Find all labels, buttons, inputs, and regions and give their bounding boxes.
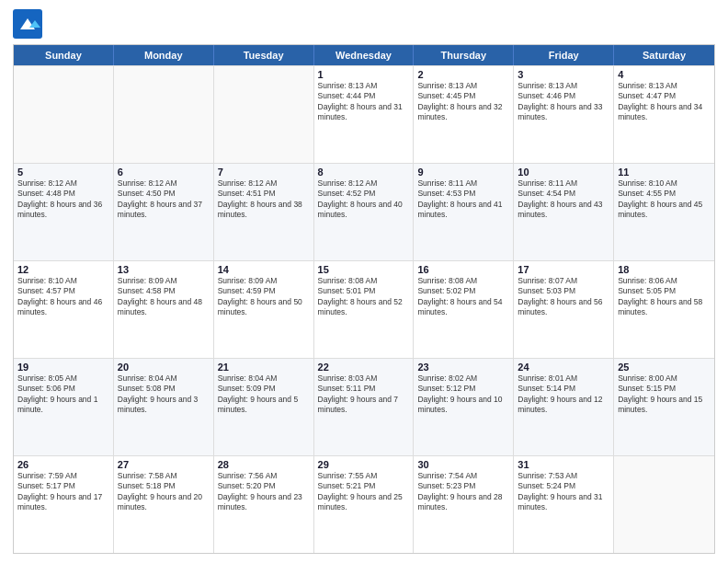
day-info: Sunrise: 8:09 AMSunset: 4:59 PMDaylight:… <box>218 276 310 318</box>
day-info: Sunrise: 8:12 AMSunset: 4:48 PMDaylight:… <box>17 178 109 221</box>
day-number: 13 <box>118 264 210 275</box>
empty-cell <box>614 456 714 553</box>
empty-cell <box>114 66 214 163</box>
day-of-week-header: Friday <box>514 45 614 65</box>
day-number: 28 <box>218 459 310 470</box>
day-number: 31 <box>518 459 609 470</box>
day-number: 4 <box>618 69 711 80</box>
day-number: 16 <box>417 264 509 275</box>
day-info: Sunrise: 8:09 AMSunset: 4:58 PMDaylight:… <box>118 276 210 318</box>
day-cell: 13Sunrise: 8:09 AMSunset: 4:58 PMDayligh… <box>114 261 214 358</box>
page: SundayMondayTuesdayWednesdayThursdayFrid… <box>0 0 728 563</box>
day-cell: 30Sunrise: 7:54 AMSunset: 5:23 PMDayligh… <box>414 456 514 553</box>
day-of-week-header: Monday <box>114 45 214 65</box>
day-cell: 28Sunrise: 7:56 AMSunset: 5:20 PMDayligh… <box>214 456 314 553</box>
day-number: 29 <box>318 459 410 470</box>
day-cell: 14Sunrise: 8:09 AMSunset: 4:59 PMDayligh… <box>214 261 314 358</box>
day-info: Sunrise: 8:07 AMSunset: 5:03 PMDaylight:… <box>518 276 609 318</box>
day-cell: 7Sunrise: 8:12 AMSunset: 4:51 PMDaylight… <box>214 164 314 260</box>
day-number: 8 <box>318 167 410 178</box>
day-info: Sunrise: 8:08 AMSunset: 5:02 PMDaylight:… <box>417 276 509 318</box>
day-cell: 24Sunrise: 8:01 AMSunset: 5:14 PMDayligh… <box>514 359 614 455</box>
day-of-week-header: Saturday <box>614 45 714 65</box>
day-number: 2 <box>417 69 509 80</box>
day-cell: 22Sunrise: 8:03 AMSunset: 5:11 PMDayligh… <box>314 359 415 455</box>
day-number: 22 <box>318 362 410 373</box>
day-cell: 26Sunrise: 7:59 AMSunset: 5:17 PMDayligh… <box>14 456 114 553</box>
day-number: 30 <box>417 459 509 470</box>
day-info: Sunrise: 8:10 AMSunset: 4:57 PMDaylight:… <box>17 276 109 318</box>
calendar-week-row: 19Sunrise: 8:05 AMSunset: 5:06 PMDayligh… <box>14 358 714 455</box>
calendar-week-row: 12Sunrise: 8:10 AMSunset: 4:57 PMDayligh… <box>14 260 714 358</box>
day-number: 18 <box>618 264 711 275</box>
calendar: SundayMondayTuesdayWednesdayThursdayFrid… <box>13 44 715 554</box>
day-number: 21 <box>218 362 310 373</box>
day-info: Sunrise: 8:00 AMSunset: 5:15 PMDaylight:… <box>618 373 711 416</box>
day-info: Sunrise: 8:13 AMSunset: 4:44 PMDaylight:… <box>318 81 410 123</box>
empty-cell <box>14 66 114 163</box>
day-cell: 15Sunrise: 8:08 AMSunset: 5:01 PMDayligh… <box>314 261 415 358</box>
day-cell: 31Sunrise: 7:53 AMSunset: 5:24 PMDayligh… <box>514 456 614 553</box>
day-info: Sunrise: 8:12 AMSunset: 4:52 PMDaylight:… <box>318 178 410 221</box>
day-info: Sunrise: 8:13 AMSunset: 4:45 PMDaylight:… <box>417 81 509 123</box>
day-info: Sunrise: 8:12 AMSunset: 4:51 PMDaylight:… <box>218 178 310 221</box>
day-cell: 12Sunrise: 8:10 AMSunset: 4:57 PMDayligh… <box>14 261 114 358</box>
day-info: Sunrise: 8:02 AMSunset: 5:12 PMDaylight:… <box>417 373 509 416</box>
day-cell: 25Sunrise: 8:00 AMSunset: 5:15 PMDayligh… <box>614 359 714 455</box>
day-info: Sunrise: 8:13 AMSunset: 4:47 PMDaylight:… <box>618 81 711 123</box>
day-info: Sunrise: 8:04 AMSunset: 5:09 PMDaylight:… <box>218 373 310 416</box>
day-cell: 8Sunrise: 8:12 AMSunset: 4:52 PMDaylight… <box>314 164 415 260</box>
day-cell: 16Sunrise: 8:08 AMSunset: 5:02 PMDayligh… <box>414 261 514 358</box>
day-cell: 21Sunrise: 8:04 AMSunset: 5:09 PMDayligh… <box>214 359 314 455</box>
day-cell: 3Sunrise: 8:13 AMSunset: 4:46 PMDaylight… <box>514 66 614 163</box>
day-number: 20 <box>118 362 210 373</box>
day-of-week-header: Sunday <box>14 45 114 65</box>
calendar-body: 1Sunrise: 8:13 AMSunset: 4:44 PMDaylight… <box>14 65 714 553</box>
day-info: Sunrise: 8:08 AMSunset: 5:01 PMDaylight:… <box>318 276 410 318</box>
day-number: 17 <box>518 264 609 275</box>
day-cell: 2Sunrise: 8:13 AMSunset: 4:45 PMDaylight… <box>414 66 514 163</box>
logo <box>13 9 46 39</box>
day-number: 25 <box>618 362 711 373</box>
day-number: 15 <box>318 264 410 275</box>
day-cell: 18Sunrise: 8:06 AMSunset: 5:05 PMDayligh… <box>614 261 714 358</box>
day-info: Sunrise: 8:11 AMSunset: 4:53 PMDaylight:… <box>417 178 509 221</box>
day-number: 19 <box>17 362 109 373</box>
day-info: Sunrise: 8:10 AMSunset: 4:55 PMDaylight:… <box>618 178 711 221</box>
day-info: Sunrise: 8:06 AMSunset: 5:05 PMDaylight:… <box>618 276 711 318</box>
day-cell: 19Sunrise: 8:05 AMSunset: 5:06 PMDayligh… <box>14 359 114 455</box>
day-cell: 9Sunrise: 8:11 AMSunset: 4:53 PMDaylight… <box>414 164 514 260</box>
day-number: 10 <box>518 167 609 178</box>
day-info: Sunrise: 8:11 AMSunset: 4:54 PMDaylight:… <box>518 178 609 221</box>
day-number: 7 <box>218 167 310 178</box>
day-info: Sunrise: 7:59 AMSunset: 5:17 PMDaylight:… <box>17 471 109 513</box>
day-info: Sunrise: 8:01 AMSunset: 5:14 PMDaylight:… <box>518 373 609 416</box>
day-cell: 1Sunrise: 8:13 AMSunset: 4:44 PMDaylight… <box>314 66 415 163</box>
day-info: Sunrise: 8:05 AMSunset: 5:06 PMDaylight:… <box>17 373 109 416</box>
day-number: 9 <box>417 167 509 178</box>
day-number: 11 <box>618 167 711 178</box>
day-cell: 23Sunrise: 8:02 AMSunset: 5:12 PMDayligh… <box>414 359 514 455</box>
day-info: Sunrise: 8:04 AMSunset: 5:08 PMDaylight:… <box>118 373 210 416</box>
day-cell: 11Sunrise: 8:10 AMSunset: 4:55 PMDayligh… <box>614 164 714 260</box>
day-info: Sunrise: 7:56 AMSunset: 5:20 PMDaylight:… <box>218 471 310 513</box>
day-of-week-header: Tuesday <box>214 45 314 65</box>
day-number: 26 <box>17 459 109 470</box>
day-cell: 6Sunrise: 8:12 AMSunset: 4:50 PMDaylight… <box>114 164 214 260</box>
day-cell: 20Sunrise: 8:04 AMSunset: 5:08 PMDayligh… <box>114 359 214 455</box>
calendar-week-row: 26Sunrise: 7:59 AMSunset: 5:17 PMDayligh… <box>14 455 714 553</box>
header <box>13 9 715 39</box>
day-cell: 5Sunrise: 8:12 AMSunset: 4:48 PMDaylight… <box>14 164 114 260</box>
logo-icon <box>13 9 42 39</box>
empty-cell <box>214 66 314 163</box>
day-cell: 27Sunrise: 7:58 AMSunset: 5:18 PMDayligh… <box>114 456 214 553</box>
day-number: 1 <box>318 69 410 80</box>
day-of-week-header: Thursday <box>414 45 514 65</box>
day-info: Sunrise: 7:55 AMSunset: 5:21 PMDaylight:… <box>318 471 410 513</box>
day-number: 27 <box>118 459 210 470</box>
day-cell: 4Sunrise: 8:13 AMSunset: 4:47 PMDaylight… <box>614 66 714 163</box>
day-of-week-header: Wednesday <box>314 45 415 65</box>
day-number: 14 <box>218 264 310 275</box>
day-info: Sunrise: 7:54 AMSunset: 5:23 PMDaylight:… <box>417 471 509 513</box>
day-number: 23 <box>417 362 509 373</box>
